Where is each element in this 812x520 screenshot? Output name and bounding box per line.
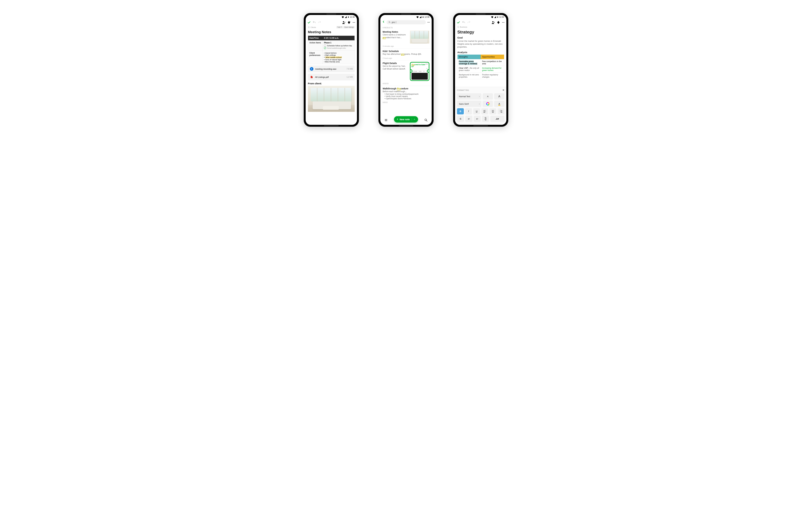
align-center-button[interactable] bbox=[489, 108, 496, 114]
svg-point-6 bbox=[355, 22, 355, 23]
bold-button[interactable]: B bbox=[457, 108, 464, 114]
add-person-icon[interactable] bbox=[342, 21, 345, 24]
link-icon bbox=[483, 117, 487, 121]
result-snippet: Ray has afterschool programs. Pickup @6. bbox=[383, 53, 429, 56]
swot-table[interactable]: Strengths Opportunities Favorable press … bbox=[457, 55, 504, 79]
search-icon[interactable] bbox=[424, 118, 428, 122]
signal-icon bbox=[419, 16, 422, 18]
phone-3-strategy: 12:30 Business Strategy Goal Corner the … bbox=[453, 13, 508, 127]
svg-text:+: + bbox=[350, 21, 351, 22]
text-color-button[interactable] bbox=[483, 101, 493, 107]
undo-icon[interactable] bbox=[312, 21, 316, 24]
add-tag-icon[interactable]: + bbox=[347, 21, 351, 24]
check-done-icon[interactable] bbox=[457, 21, 460, 24]
goal-text[interactable]: Corner the market for green homes in Eme… bbox=[457, 40, 504, 49]
table-cell[interactable]: Few competitors in the area bbox=[481, 59, 504, 66]
svg-point-2 bbox=[343, 21, 344, 22]
notebook-icon bbox=[308, 26, 310, 28]
back-icon[interactable] bbox=[382, 20, 385, 24]
table-cell[interactable]: Clear USP - the only all green realtor bbox=[457, 66, 481, 73]
superscript-button[interactable]: x2 bbox=[465, 116, 472, 122]
wifi-icon bbox=[342, 16, 344, 18]
svg-rect-1 bbox=[348, 16, 348, 17]
note-title[interactable]: Meeting Notes bbox=[308, 30, 355, 34]
italic-button[interactable]: I bbox=[465, 108, 472, 114]
editor-toolbar: + bbox=[306, 19, 357, 26]
redo-icon[interactable] bbox=[318, 21, 321, 24]
strikethrough-button[interactable]: S bbox=[457, 116, 464, 122]
bullet-item: • High ceilings bbox=[324, 54, 353, 56]
add-person-icon[interactable] bbox=[492, 21, 495, 24]
opportunities-header: Opportunities bbox=[481, 55, 504, 59]
svg-point-20 bbox=[425, 119, 427, 121]
notebook-name[interactable]: Business bbox=[460, 26, 467, 28]
subscript-button[interactable]: x2 bbox=[474, 116, 481, 122]
redo-icon[interactable] bbox=[467, 21, 471, 24]
battery-icon bbox=[497, 16, 499, 18]
meeting-table[interactable]: Date/Time 4-19 / 11:00 a.m. Action Items… bbox=[308, 35, 355, 64]
formatting-panel: FORMATTING ✕ Normal Text› A A Sans Serif… bbox=[455, 87, 506, 125]
clear-format-button[interactable]: Aa bbox=[490, 116, 504, 122]
tag-chip[interactable]: Yuki T. bbox=[336, 26, 343, 28]
text-style-select[interactable]: Normal Text› bbox=[457, 93, 481, 100]
editor-toolbar bbox=[455, 19, 506, 26]
menu-icon[interactable] bbox=[384, 118, 388, 122]
table-cell[interactable]: Favorable press coverage & reviews bbox=[457, 59, 481, 66]
bullet-item-highlighted: • Near middle school bbox=[324, 56, 353, 58]
strengths-header: Strengths bbox=[457, 55, 481, 59]
search-input[interactable]: pro bbox=[387, 20, 426, 24]
undo-icon[interactable] bbox=[462, 21, 466, 24]
search-result[interactable]: Walkthrough Procedure Before each walkth… bbox=[380, 86, 432, 105]
svg-point-5 bbox=[354, 22, 354, 23]
audio-attachment[interactable]: meeting-recording.wav 7.5 MB bbox=[308, 66, 355, 72]
font-family-select[interactable]: Sans Serif› bbox=[457, 101, 481, 107]
underline-button[interactable]: U bbox=[473, 108, 480, 114]
battery-icon bbox=[422, 16, 424, 18]
add-tag-icon[interactable] bbox=[497, 21, 500, 24]
svg-point-14 bbox=[427, 22, 428, 23]
font-size-large-button[interactable]: A bbox=[494, 93, 504, 100]
table-cell[interactable]: Increasing demand for green homes bbox=[481, 66, 504, 73]
color-ring-icon bbox=[486, 102, 489, 105]
table-cell[interactable]: Background in net-zero properties bbox=[457, 73, 481, 79]
chevron-up-icon[interactable] bbox=[412, 118, 415, 121]
boarding-pass-thumbnail: 218 Proceed to Gate E7 ✈ 10:15 AM 1982 1… bbox=[410, 62, 429, 81]
svg-rect-10 bbox=[423, 17, 423, 18]
link-button[interactable] bbox=[482, 116, 489, 122]
font-size-small-button[interactable]: A bbox=[483, 93, 493, 100]
client-photo[interactable] bbox=[308, 86, 355, 112]
search-result[interactable]: Kids' Schedule Ray has afterschool progr… bbox=[380, 48, 432, 60]
attachment-name: All Listings.pdf bbox=[315, 76, 329, 78]
svg-point-26 bbox=[503, 22, 504, 23]
action-items-label: Action Items bbox=[308, 41, 323, 51]
align-right-button[interactable] bbox=[498, 108, 504, 114]
close-icon[interactable]: ✕ bbox=[502, 88, 505, 92]
tag-chip[interactable]: Open listings bbox=[343, 26, 355, 28]
note-title[interactable]: Strategy bbox=[457, 30, 504, 35]
svg-rect-22 bbox=[498, 17, 498, 18]
result-title: Walkthrough Procedure bbox=[383, 87, 429, 90]
check-done-icon[interactable] bbox=[307, 21, 311, 24]
notebook-name[interactable]: Clients bbox=[310, 26, 316, 28]
table-cell[interactable]: Positive regulatory changes bbox=[481, 73, 504, 79]
formatting-label: FORMATTING bbox=[457, 89, 469, 91]
checkbox-item-done[interactable]: ✓Send walkthrough info. bbox=[324, 47, 353, 49]
more-icon[interactable] bbox=[502, 21, 505, 24]
new-note-label: New note bbox=[400, 118, 410, 121]
more-icon[interactable] bbox=[353, 21, 355, 24]
more-icon[interactable] bbox=[427, 21, 430, 24]
from-client-heading: From client: bbox=[308, 82, 355, 85]
status-bar: 12:30 bbox=[306, 15, 357, 19]
wifi-icon bbox=[491, 16, 493, 18]
search-result[interactable]: Meeting Notes Client wants a 2-bedroom p… bbox=[380, 29, 432, 48]
checkbox-item[interactable]: Schedule follow-up before trip. bbox=[324, 45, 353, 47]
align-left-button[interactable] bbox=[481, 108, 488, 114]
pdf-attachment[interactable]: All Listings.pdf 1.2 MB bbox=[308, 74, 355, 80]
signal-icon bbox=[494, 16, 496, 18]
results-count: 4 RESULTS bbox=[380, 25, 432, 29]
svg-line-21 bbox=[426, 121, 427, 122]
search-result[interactable]: Flight Details Get to the airport by 7am… bbox=[380, 60, 432, 86]
highlight-button[interactable]: A bbox=[494, 101, 504, 107]
new-note-button[interactable]: + New note bbox=[394, 116, 418, 123]
play-icon[interactable] bbox=[310, 67, 313, 71]
